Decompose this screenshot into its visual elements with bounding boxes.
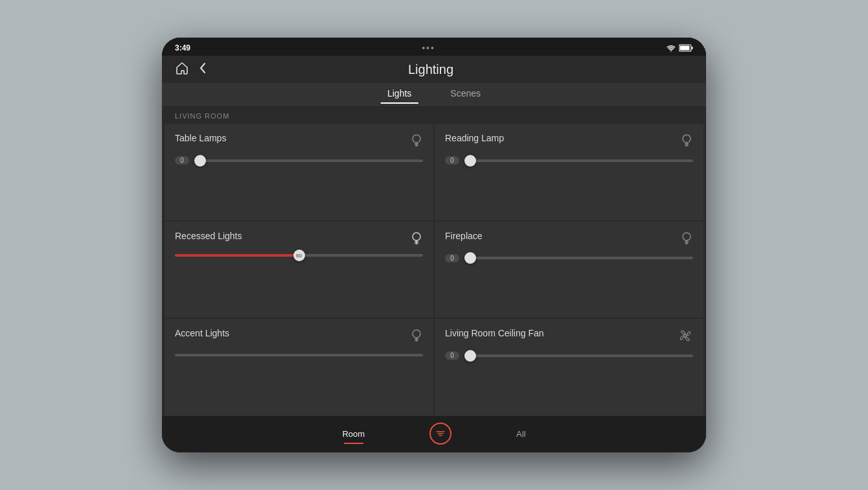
status-bar: 3:49 ••• — [162, 38, 706, 56]
value-table-lamps: 0 — [175, 156, 189, 165]
card-header: Fireplace — [445, 231, 693, 249]
tablet-device: 3:49 ••• — [162, 38, 706, 452]
svg-point-3 — [413, 135, 420, 143]
slider-row-fireplace: 0 — [445, 254, 693, 262]
value-fireplace: 0 — [445, 254, 459, 262]
card-reading-lamp: Reading Lamp 0 — [435, 124, 703, 220]
filter-circle-icon — [435, 428, 446, 439]
card-fireplace: Fireplace 0 — [435, 222, 703, 318]
nav-label-room: Room — [342, 429, 365, 439]
slider-row-accent-lights — [175, 351, 423, 356]
slider-reading-lamp[interactable] — [464, 159, 693, 162]
card-header: Reading Lamp — [445, 133, 693, 151]
status-dots: ••• — [422, 43, 435, 53]
svg-point-19 — [413, 330, 420, 338]
card-header: Recessed Lights — [175, 231, 423, 249]
fan-icon-ceiling-fan[interactable] — [678, 328, 693, 346]
card-recessed-lights: Recessed Lights — [165, 222, 433, 318]
value-ceiling-fan: 0 — [445, 351, 459, 360]
slider-fireplace[interactable] — [464, 257, 693, 259]
slider-row-reading-lamp: 0 — [445, 156, 693, 165]
card-header: Living Room Ceiling Fan — [445, 328, 693, 346]
light-name-table-lamps: Table Lamps — [175, 133, 226, 143]
card-table-lamps: Table Lamps 0 — [165, 124, 433, 220]
slider-ceiling-fan[interactable] — [464, 355, 693, 357]
page-title: Lighting — [207, 62, 654, 77]
header: Lighting — [162, 56, 706, 83]
battery-icon — [679, 44, 693, 52]
wifi-icon — [667, 45, 676, 52]
nav-item-all[interactable]: All — [484, 429, 558, 439]
back-icon[interactable] — [198, 61, 207, 78]
status-time: 3:49 — [175, 43, 190, 52]
slider-recessed-lights[interactable]: 60 — [175, 254, 423, 257]
bulb-icon-reading-lamp[interactable] — [680, 133, 693, 151]
light-name-fireplace: Fireplace — [445, 231, 483, 241]
bulb-icon-table-lamps[interactable] — [410, 133, 423, 151]
card-header: Table Lamps — [175, 133, 423, 151]
card-accent-lights: Accent Lights — [165, 319, 433, 415]
bulb-icon-recessed-lights[interactable] — [410, 231, 423, 249]
slider-row-recessed-lights: 60 — [175, 254, 423, 257]
bulb-icon-fireplace[interactable] — [680, 231, 693, 249]
app-container: Lighting Lights Scenes LIVING ROOM Table… — [162, 56, 706, 452]
light-name-ceiling-fan: Living Room Ceiling Fan — [445, 328, 544, 338]
light-name-reading-lamp: Reading Lamp — [445, 133, 504, 143]
value-reading-lamp: 0 — [445, 156, 459, 165]
svg-point-11 — [413, 233, 420, 240]
lights-grid: Table Lamps 0 — [162, 124, 706, 415]
svg-point-7 — [683, 135, 691, 143]
main-content: LIVING ROOM Table Lamps — [162, 106, 706, 415]
slider-accent-lights[interactable] — [175, 354, 423, 356]
light-name-recessed-lights: Recessed Lights — [175, 231, 242, 241]
tab-scenes[interactable]: Scenes — [431, 88, 500, 101]
nav-item-room[interactable]: Room — [310, 429, 397, 439]
bottom-nav: Room All — [162, 415, 706, 452]
card-header: Accent Lights — [175, 328, 423, 346]
svg-point-15 — [683, 233, 691, 240]
status-icons — [667, 44, 693, 52]
nav-item-filter[interactable] — [397, 423, 484, 445]
slider-row-ceiling-fan: 0 — [445, 351, 693, 360]
nav-label-all: All — [516, 429, 525, 439]
section-label: LIVING ROOM — [162, 106, 706, 124]
bulb-icon-accent-lights[interactable] — [410, 328, 423, 346]
home-icon[interactable] — [175, 61, 189, 78]
slider-row-table-lamps: 0 — [175, 156, 423, 165]
tab-bar: Lights Scenes — [162, 83, 706, 106]
card-ceiling-fan: Living Room Ceiling Fan 0 — [435, 319, 703, 415]
light-name-accent-lights: Accent Lights — [175, 328, 229, 338]
header-left — [175, 61, 207, 78]
tab-lights[interactable]: Lights — [368, 88, 431, 101]
slider-table-lamps[interactable] — [194, 159, 423, 162]
filter-icon-circle — [429, 423, 451, 445]
svg-rect-2 — [692, 47, 693, 49]
svg-rect-1 — [680, 46, 690, 51]
